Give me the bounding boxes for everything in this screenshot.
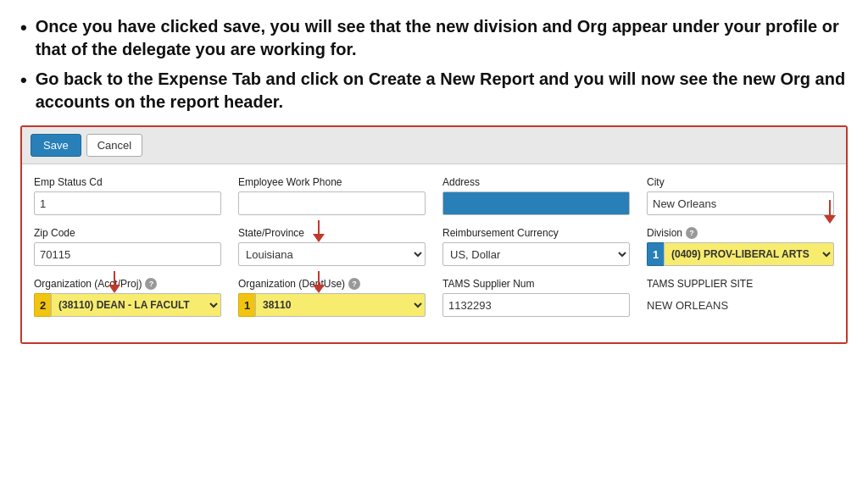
- instruction-bullets: • Once you have clicked save, you will s…: [20, 15, 848, 114]
- tams-num-label: TAMS Supplier Num: [442, 278, 630, 290]
- tams-num-group: TAMS Supplier Num: [442, 278, 630, 317]
- state-select[interactable]: Louisiana: [238, 242, 426, 266]
- state-arrow: [313, 220, 325, 242]
- division-help-icon[interactable]: ?: [686, 227, 698, 239]
- save-button[interactable]: Save: [31, 134, 81, 157]
- tams-site-group: TAMS SUPPLIER SITE NEW ORLEANS: [647, 278, 834, 317]
- city-arrow-annotation: [824, 200, 836, 224]
- bullet-dot-2: •: [20, 68, 27, 93]
- bullet-dot-1: •: [20, 15, 27, 41]
- currency-group: Reimbursement Currency US, Dollar: [442, 227, 630, 266]
- division-select-wrap: 1 (0409) PROV-LIBERAL ARTS: [647, 242, 834, 266]
- city-input[interactable]: [647, 191, 834, 215]
- org-dept-select[interactable]: 38110: [255, 293, 426, 317]
- division-select[interactable]: (0409) PROV-LIBERAL ARTS: [664, 242, 834, 266]
- emp-status-input[interactable]: [34, 191, 221, 215]
- emp-phone-label: Employee Work Phone: [238, 176, 426, 188]
- form-panel: Save Cancel Emp Status Cd Employee Work …: [20, 125, 848, 344]
- tams-site-label: TAMS SUPPLIER SITE: [647, 278, 834, 290]
- org-acct-select-wrap: 2 (38110) DEAN - LA FACULT: [34, 293, 221, 317]
- division-badge: 1: [647, 242, 664, 266]
- address-input[interactable]: [442, 191, 630, 215]
- form-body: Emp Status Cd Employee Work Phone Addres…: [22, 164, 846, 342]
- form-row-1: Emp Status Cd Employee Work Phone Addres…: [34, 176, 834, 215]
- bullet-item-1: • Once you have clicked save, you will s…: [20, 15, 848, 61]
- emp-status-label: Emp Status Cd: [34, 176, 221, 188]
- city-label: City: [647, 176, 834, 188]
- zip-label: Zip Code: [34, 227, 221, 239]
- address-group: Address: [442, 176, 630, 215]
- emp-phone-group: Employee Work Phone: [238, 176, 426, 215]
- division-group: Division ? 1 (0409) PROV-LIBERAL ARTS: [647, 227, 834, 266]
- address-label: Address: [442, 176, 630, 188]
- cancel-button[interactable]: Cancel: [86, 134, 142, 157]
- org-dept-arrow: [313, 271, 325, 293]
- bullet-item-2: • Go back to the Expense Tab and click o…: [20, 68, 848, 114]
- org-acct-select[interactable]: (38110) DEAN - LA FACULT: [51, 293, 221, 317]
- zip-group: Zip Code: [34, 227, 221, 266]
- org-dept-select-wrap: 1 38110: [238, 293, 426, 317]
- bullet-text-2: Go back to the Expense Tab and click on …: [36, 68, 848, 114]
- tams-site-value: NEW ORLEANS: [647, 293, 834, 317]
- currency-select[interactable]: US, Dollar: [442, 242, 630, 266]
- org-dept-label: Organization (DeptUse) ?: [238, 278, 426, 290]
- zip-input[interactable]: [34, 242, 221, 266]
- tams-num-input[interactable]: [442, 293, 630, 317]
- form-row-3: Organization (Acct/Proj) ? 2 (38110) DEA…: [34, 278, 834, 317]
- org-dept-group: Organization (DeptUse) ? 1 38110: [238, 278, 426, 317]
- form-row-2: Zip Code State/Province Louisiana Re: [34, 227, 834, 266]
- currency-label: Reimbursement Currency: [442, 227, 630, 239]
- emp-status-group: Emp Status Cd: [34, 176, 221, 215]
- org-dept-help-icon[interactable]: ?: [348, 278, 360, 290]
- org-acct-label: Organization (Acct/Proj) ?: [34, 278, 221, 290]
- state-group: State/Province Louisiana: [238, 227, 426, 266]
- org-acct-help-icon[interactable]: ?: [145, 278, 157, 290]
- org-acct-arrow: [108, 271, 120, 293]
- org-acct-badge: 2: [34, 293, 51, 317]
- city-group: City: [647, 176, 834, 215]
- org-dept-badge: 1: [238, 293, 255, 317]
- org-acct-group: Organization (Acct/Proj) ? 2 (38110) DEA…: [34, 278, 221, 317]
- form-toolbar: Save Cancel: [22, 127, 846, 164]
- bullet-text-1: Once you have clicked save, you will see…: [36, 15, 848, 61]
- emp-phone-input[interactable]: [238, 191, 426, 215]
- division-label: Division ?: [647, 227, 834, 239]
- state-label: State/Province: [238, 227, 426, 239]
